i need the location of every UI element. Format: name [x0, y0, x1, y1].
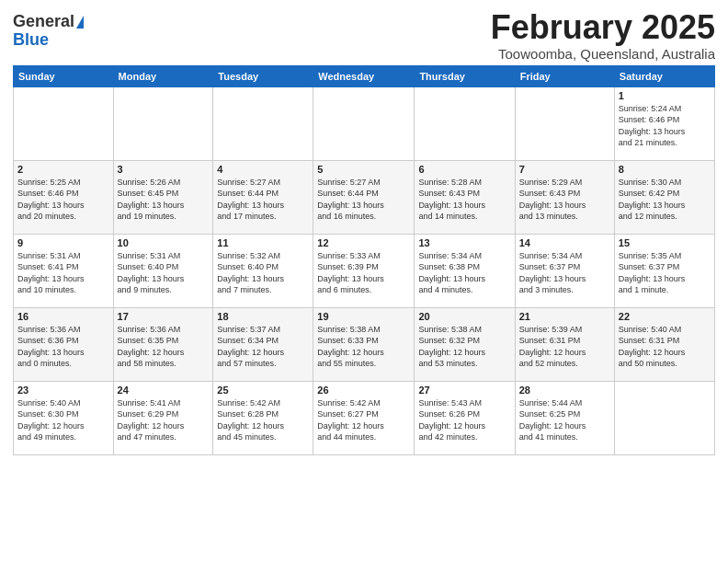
day-number: 4 [217, 164, 309, 175]
calendar-cell: 22Sunrise: 5:40 AM Sunset: 6:31 PM Dayli… [614, 307, 714, 381]
day-number: 20 [418, 311, 510, 322]
day-number: 28 [519, 385, 610, 396]
calendar-cell: 17Sunrise: 5:36 AM Sunset: 6:35 PM Dayli… [113, 307, 213, 381]
day-info: Sunrise: 5:26 AM Sunset: 6:45 PM Dayligh… [118, 177, 210, 223]
day-info: Sunrise: 5:31 AM Sunset: 6:40 PM Dayligh… [118, 250, 210, 296]
calendar-cell: 6Sunrise: 5:28 AM Sunset: 6:43 PM Daylig… [415, 160, 515, 234]
day-info: Sunrise: 5:28 AM Sunset: 6:43 PM Dayligh… [418, 177, 510, 223]
day-number: 19 [317, 311, 410, 322]
calendar-cell: 27Sunrise: 5:43 AM Sunset: 6:26 PM Dayli… [415, 381, 515, 454]
day-info: Sunrise: 5:36 AM Sunset: 6:35 PM Dayligh… [118, 324, 210, 370]
day-info: Sunrise: 5:42 AM Sunset: 6:27 PM Dayligh… [317, 397, 410, 443]
calendar-cell: 18Sunrise: 5:37 AM Sunset: 6:34 PM Dayli… [213, 307, 313, 381]
logo: General Blue [13, 13, 84, 50]
calendar-cell: 15Sunrise: 5:35 AM Sunset: 6:37 PM Dayli… [614, 234, 714, 307]
day-info: Sunrise: 5:27 AM Sunset: 6:44 PM Dayligh… [217, 177, 309, 223]
calendar-cell: 5Sunrise: 5:27 AM Sunset: 6:44 PM Daylig… [313, 160, 415, 234]
calendar-cell [614, 381, 714, 454]
calendar-header-wednesday: Wednesday [313, 65, 415, 86]
day-info: Sunrise: 5:42 AM Sunset: 6:28 PM Dayligh… [217, 397, 309, 443]
day-info: Sunrise: 5:38 AM Sunset: 6:33 PM Dayligh… [317, 324, 410, 370]
day-number: 22 [619, 311, 711, 322]
calendar-cell [14, 86, 114, 160]
calendar-header-monday: Monday [113, 65, 213, 86]
title-section: February 2025 Toowoomba, Queensland, Aus… [491, 9, 715, 62]
day-info: Sunrise: 5:40 AM Sunset: 6:31 PM Dayligh… [619, 324, 711, 370]
day-info: Sunrise: 5:37 AM Sunset: 6:34 PM Dayligh… [217, 324, 309, 370]
calendar-cell: 26Sunrise: 5:42 AM Sunset: 6:27 PM Dayli… [313, 381, 415, 454]
day-number: 12 [317, 237, 410, 248]
calendar-header-thursday: Thursday [415, 65, 515, 86]
day-number: 8 [619, 164, 711, 175]
day-info: Sunrise: 5:29 AM Sunset: 6:43 PM Dayligh… [519, 177, 610, 223]
day-number: 26 [317, 385, 410, 396]
calendar-cell: 19Sunrise: 5:38 AM Sunset: 6:33 PM Dayli… [313, 307, 415, 381]
calendar-cell: 24Sunrise: 5:41 AM Sunset: 6:29 PM Dayli… [113, 381, 213, 454]
day-info: Sunrise: 5:25 AM Sunset: 6:46 PM Dayligh… [17, 177, 109, 223]
calendar-cell: 13Sunrise: 5:34 AM Sunset: 6:38 PM Dayli… [415, 234, 515, 307]
day-number: 13 [418, 237, 510, 248]
calendar-cell: 25Sunrise: 5:42 AM Sunset: 6:28 PM Dayli… [213, 381, 313, 454]
header: General Blue February 2025 Toowoomba, Qu… [13, 9, 715, 62]
calendar-cell [213, 86, 313, 160]
day-number: 9 [17, 237, 109, 248]
day-info: Sunrise: 5:32 AM Sunset: 6:40 PM Dayligh… [217, 250, 309, 296]
day-number: 18 [217, 311, 309, 322]
day-number: 1 [619, 90, 711, 101]
calendar-cell: 4Sunrise: 5:27 AM Sunset: 6:44 PM Daylig… [213, 160, 313, 234]
day-number: 11 [217, 237, 309, 248]
day-info: Sunrise: 5:41 AM Sunset: 6:29 PM Dayligh… [118, 397, 210, 443]
calendar-cell: 23Sunrise: 5:40 AM Sunset: 6:30 PM Dayli… [14, 381, 114, 454]
day-number: 16 [17, 311, 109, 322]
day-info: Sunrise: 5:33 AM Sunset: 6:39 PM Dayligh… [317, 250, 410, 296]
calendar-week-row: 9Sunrise: 5:31 AM Sunset: 6:41 PM Daylig… [14, 234, 715, 307]
calendar-header-saturday: Saturday [614, 65, 714, 86]
calendar-cell: 3Sunrise: 5:26 AM Sunset: 6:45 PM Daylig… [113, 160, 213, 234]
day-number: 7 [519, 164, 610, 175]
calendar-cell [113, 86, 213, 160]
calendar-cell: 28Sunrise: 5:44 AM Sunset: 6:25 PM Dayli… [515, 381, 614, 454]
calendar-week-row: 1Sunrise: 5:24 AM Sunset: 6:46 PM Daylig… [14, 86, 715, 160]
calendar-cell: 21Sunrise: 5:39 AM Sunset: 6:31 PM Dayli… [515, 307, 614, 381]
location-title: Toowoomba, Queensland, Australia [491, 46, 715, 62]
day-number: 5 [317, 164, 410, 175]
day-info: Sunrise: 5:43 AM Sunset: 6:26 PM Dayligh… [418, 397, 510, 443]
day-number: 15 [619, 237, 711, 248]
calendar-header-friday: Friday [515, 65, 614, 86]
day-info: Sunrise: 5:34 AM Sunset: 6:38 PM Dayligh… [418, 250, 510, 296]
day-number: 17 [118, 311, 210, 322]
day-number: 25 [217, 385, 309, 396]
calendar-table: SundayMondayTuesdayWednesdayThursdayFrid… [13, 65, 715, 455]
calendar-cell: 10Sunrise: 5:31 AM Sunset: 6:40 PM Dayli… [113, 234, 213, 307]
logo-blue-text: Blue [13, 31, 49, 50]
calendar-cell: 7Sunrise: 5:29 AM Sunset: 6:43 PM Daylig… [515, 160, 614, 234]
day-number: 6 [418, 164, 510, 175]
calendar-cell: 20Sunrise: 5:38 AM Sunset: 6:32 PM Dayli… [415, 307, 515, 381]
day-info: Sunrise: 5:36 AM Sunset: 6:36 PM Dayligh… [17, 324, 109, 370]
day-info: Sunrise: 5:38 AM Sunset: 6:32 PM Dayligh… [418, 324, 510, 370]
day-number: 27 [418, 385, 510, 396]
day-number: 3 [118, 164, 210, 175]
day-number: 10 [118, 237, 210, 248]
logo-triangle-icon [76, 16, 84, 29]
calendar-cell: 8Sunrise: 5:30 AM Sunset: 6:42 PM Daylig… [614, 160, 714, 234]
calendar-header-sunday: Sunday [14, 65, 114, 86]
calendar-cell: 12Sunrise: 5:33 AM Sunset: 6:39 PM Dayli… [313, 234, 415, 307]
day-number: 24 [118, 385, 210, 396]
day-info: Sunrise: 5:39 AM Sunset: 6:31 PM Dayligh… [519, 324, 610, 370]
day-info: Sunrise: 5:35 AM Sunset: 6:37 PM Dayligh… [619, 250, 711, 296]
day-info: Sunrise: 5:24 AM Sunset: 6:46 PM Dayligh… [619, 103, 711, 149]
calendar-cell: 2Sunrise: 5:25 AM Sunset: 6:46 PM Daylig… [14, 160, 114, 234]
calendar-header-row: SundayMondayTuesdayWednesdayThursdayFrid… [14, 65, 715, 86]
day-number: 21 [519, 311, 610, 322]
calendar-cell: 9Sunrise: 5:31 AM Sunset: 6:41 PM Daylig… [14, 234, 114, 307]
calendar-cell: 11Sunrise: 5:32 AM Sunset: 6:40 PM Dayli… [213, 234, 313, 307]
calendar-cell: 14Sunrise: 5:34 AM Sunset: 6:37 PM Dayli… [515, 234, 614, 307]
day-info: Sunrise: 5:44 AM Sunset: 6:25 PM Dayligh… [519, 397, 610, 443]
calendar-week-row: 23Sunrise: 5:40 AM Sunset: 6:30 PM Dayli… [14, 381, 715, 454]
calendar-cell [515, 86, 614, 160]
day-info: Sunrise: 5:34 AM Sunset: 6:37 PM Dayligh… [519, 250, 610, 296]
calendar-header-tuesday: Tuesday [213, 65, 313, 86]
calendar-cell: 1Sunrise: 5:24 AM Sunset: 6:46 PM Daylig… [614, 86, 714, 160]
day-info: Sunrise: 5:31 AM Sunset: 6:41 PM Dayligh… [17, 250, 109, 296]
